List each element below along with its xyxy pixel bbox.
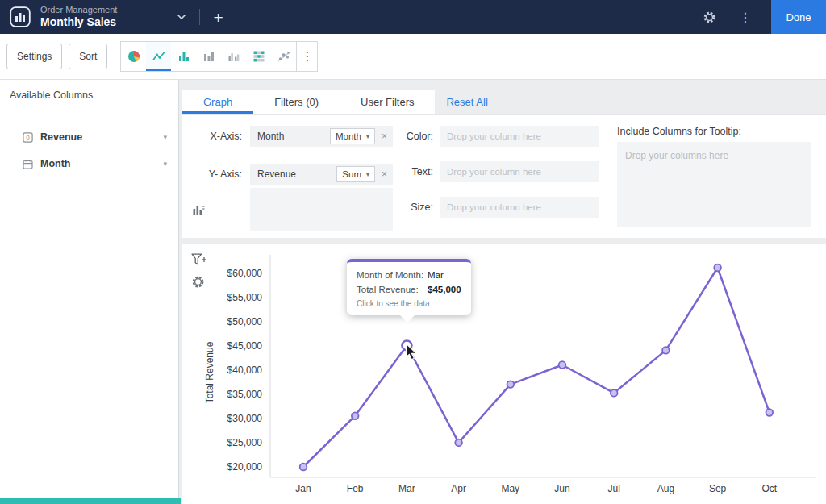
svg-text:$20,000: $20,000 — [227, 461, 263, 473]
config-tabs: Graph Filters (0) User Filters — [182, 90, 435, 114]
report-title: Monthly Sales — [40, 15, 117, 29]
svg-text:May: May — [501, 483, 519, 494]
chart-mini-icon — [192, 203, 242, 216]
add-report-button[interactable]: + — [213, 9, 223, 26]
date-column-icon — [23, 159, 33, 169]
chart-type-switcher: ⋮ — [120, 41, 318, 72]
data-point-Aug[interactable] — [662, 347, 670, 354]
more-options-icon[interactable]: ⋮ — [739, 10, 752, 25]
content-area: Available Columns 0 Revenue ▾ — [0, 80, 826, 504]
x-axis-function-value: Month — [336, 131, 361, 141]
y-axis-function-dropdown[interactable]: Sum ▾ — [336, 166, 375, 182]
data-point-May[interactable] — [507, 381, 515, 388]
data-point-Apr[interactable] — [455, 439, 462, 447]
svg-text:Feb: Feb — [347, 483, 364, 494]
column-label: Revenue — [40, 131, 156, 143]
svg-text:$60,000: $60,000 — [227, 268, 263, 279]
done-button[interactable]: Done — [771, 0, 826, 34]
top-bar: Order Management Monthly Sales + ⋮ Done — [0, 0, 826, 34]
svg-text:$50,000: $50,000 — [227, 316, 263, 327]
workspace-name: Order Management — [40, 5, 117, 15]
settings-button[interactable]: Settings — [6, 44, 62, 69]
y-axis-column: Revenue — [257, 169, 336, 180]
topbar-actions: ⋮ — [703, 10, 752, 25]
svg-text:$55,000: $55,000 — [227, 292, 263, 303]
data-point-Jan[interactable] — [300, 464, 307, 471]
tooltip-month-label: Month of Month: — [357, 270, 428, 280]
chevron-down-icon: ▾ — [366, 133, 369, 140]
mouse-cursor — [405, 344, 419, 360]
tab-filters[interactable]: Filters (0) — [253, 90, 340, 114]
column-item-month[interactable]: Month ▾ — [23, 158, 167, 169]
color-drop-zone[interactable]: Drop your column here — [440, 126, 599, 147]
chart-area: $60,000$55,000$50,000$45,000$40,000$35,0… — [182, 244, 826, 504]
color-label: Color: — [399, 131, 433, 142]
y-axis-field[interactable]: Revenue Sum ▾ × — [250, 164, 393, 185]
aesthetics-column: Color: Drop your column here Text: Drop … — [399, 126, 599, 231]
text-drop-zone[interactable]: Drop your column here — [440, 161, 599, 182]
pie-chart-icon[interactable] — [121, 42, 146, 71]
tab-user-filters[interactable]: User Filters — [340, 90, 435, 114]
heatmap-chart-icon[interactable] — [246, 42, 271, 71]
main-panel: Graph Filters (0) User Filters Reset All… — [179, 80, 826, 504]
size-drop-zone[interactable]: Drop your column here — [440, 197, 599, 218]
svg-text:Oct: Oct — [761, 483, 777, 494]
data-point-Feb[interactable] — [352, 412, 359, 419]
tooltip-hint: Click to see the data — [357, 299, 461, 308]
config-body: X-Axis: Month Month ▾ × Y- A — [182, 115, 826, 238]
svg-text:$45,000: $45,000 — [227, 340, 263, 352]
data-point-Oct[interactable] — [766, 409, 774, 416]
svg-text:Apr: Apr — [451, 483, 466, 494]
svg-text:Total Revenue: Total Revenue — [204, 341, 215, 403]
svg-text:Aug: Aug — [657, 483, 674, 494]
tooltip-columns-label: Include Columns for Tooltip: — [617, 126, 811, 137]
svg-text:0: 0 — [26, 134, 30, 141]
more-chart-types-icon[interactable]: ⋮ — [296, 42, 317, 71]
chart-config-panel: Graph Filters (0) User Filters Reset All… — [182, 90, 826, 238]
remove-x-axis-icon[interactable]: × — [382, 131, 387, 142]
remove-y-axis-icon[interactable]: × — [382, 169, 387, 180]
axes-column: X-Axis: Month Month ▾ × Y- A — [192, 126, 393, 231]
chevron-down-icon[interactable] — [177, 14, 186, 20]
column-label: Month — [40, 158, 156, 169]
sort-button[interactable]: Sort — [69, 44, 107, 69]
video-progress-bar — [0, 498, 181, 504]
column-chart-icon[interactable] — [196, 42, 221, 71]
x-axis-function-dropdown[interactable]: Month ▾ — [330, 128, 375, 144]
chart-toolbar: Settings Sort — [0, 34, 826, 80]
chevron-down-icon[interactable]: ▾ — [163, 160, 167, 168]
x-axis-field[interactable]: Month Month ▾ × — [250, 126, 393, 147]
svg-text:Jul: Jul — [608, 483, 620, 494]
chevron-down-icon[interactable]: ▾ — [163, 133, 167, 141]
bar-chart-icon[interactable] — [171, 42, 196, 71]
revenue-line-chart[interactable]: $60,000$55,000$50,000$45,000$40,000$35,0… — [182, 244, 826, 504]
y-axis-function-value: Sum — [342, 169, 361, 179]
tooltip-columns-section: Include Columns for Tooltip: Drop your c… — [617, 126, 811, 231]
grouped-bar-chart-icon[interactable] — [221, 42, 246, 71]
data-point-Jul[interactable] — [611, 389, 618, 397]
chart-settings-gear-icon[interactable] — [191, 275, 207, 289]
svg-text:$30,000: $30,000 — [227, 413, 263, 424]
text-label: Text: — [399, 166, 433, 177]
tab-graph[interactable]: Graph — [182, 90, 253, 114]
tooltip-columns-drop-zone[interactable]: Drop your columns here — [617, 142, 811, 227]
bubble-chart-icon[interactable] — [271, 42, 296, 71]
data-point-Jun[interactable] — [559, 361, 566, 369]
app-logo-icon — [10, 6, 31, 27]
column-item-revenue[interactable]: 0 Revenue ▾ — [23, 131, 167, 143]
line-chart-icon[interactable] — [146, 42, 171, 71]
size-label: Size: — [399, 202, 433, 213]
available-columns-title: Available Columns — [0, 80, 178, 110]
reset-all-link[interactable]: Reset All — [446, 90, 487, 114]
add-filter-icon[interactable] — [191, 253, 207, 266]
available-columns-panel: Available Columns 0 Revenue ▾ — [0, 80, 179, 504]
settings-gear-icon[interactable] — [703, 10, 716, 24]
svg-text:$25,000: $25,000 — [227, 437, 263, 448]
chart-overlay-tools — [191, 253, 207, 289]
chart-tooltip: Month of Month: Mar Total Revenue: $45,0… — [347, 259, 471, 315]
config-tab-row: Graph Filters (0) User Filters Reset All — [182, 90, 826, 115]
data-point-Sep[interactable] — [714, 264, 721, 272]
svg-text:Jun: Jun — [554, 483, 569, 494]
y-axis-drop-zone[interactable] — [250, 188, 393, 231]
tooltip-revenue-value: $45,000 — [428, 285, 461, 294]
